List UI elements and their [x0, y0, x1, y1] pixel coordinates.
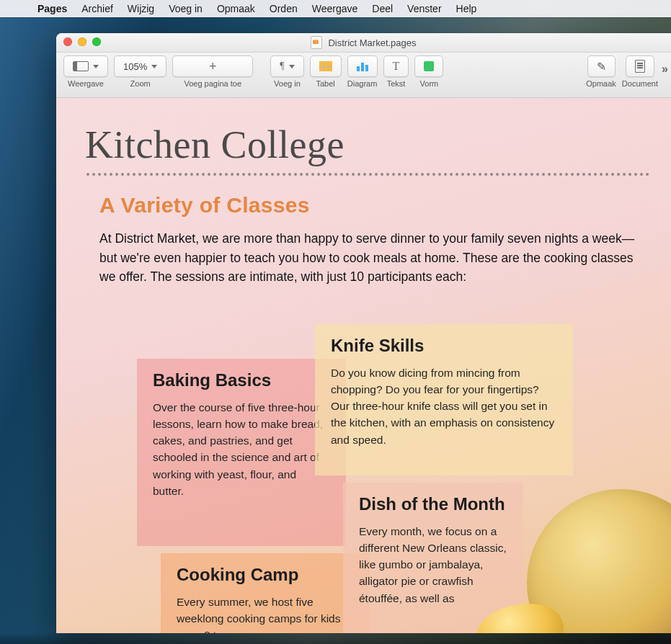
pages-window: District Market.pages Weergave 105% Zoom…	[56, 33, 671, 633]
chevron-down-icon	[289, 65, 295, 68]
card-title[interactable]: Dish of the Month	[359, 494, 507, 514]
dock-shadow	[0, 632, 671, 644]
document-viewport[interactable]: Kitchen College A Variety of Classes At …	[56, 98, 671, 633]
menubar-item-help[interactable]: Help	[456, 3, 477, 14]
format-label: Opmaak	[586, 79, 616, 88]
text-icon: T	[393, 60, 400, 73]
document-label: Document	[622, 79, 658, 88]
menubar-item-archief[interactable]: Archief	[81, 3, 113, 14]
menubar-item-opmaak[interactable]: Opmaak	[217, 3, 255, 14]
shape-icon	[424, 61, 434, 71]
shape-button[interactable]	[414, 55, 443, 77]
toolbar: Weergave 105% Zoom + Voeg pagina toe ¶ V…	[56, 53, 671, 98]
view-button[interactable]	[63, 55, 108, 77]
close-button[interactable]	[63, 37, 72, 46]
app-menu[interactable]: Pages	[37, 3, 67, 14]
document-page[interactable]: Kitchen College A Variety of Classes At …	[56, 98, 671, 633]
chart-button[interactable]	[347, 55, 378, 77]
menubar-item-voeg-in[interactable]: Voeg in	[169, 3, 203, 14]
macos-menubar: Pages Archief Wijzig Voeg in Opmaak Orde…	[0, 0, 671, 17]
card-body[interactable]: Every summer, we host five weeklong cook…	[177, 594, 354, 633]
card-body[interactable]: Over the course of five three-hour lesso…	[153, 399, 330, 500]
menubar-item-deel[interactable]: Deel	[372, 3, 393, 14]
view-label: Weergave	[68, 79, 104, 88]
document-button[interactable]	[626, 55, 654, 77]
table-label: Tabel	[316, 79, 334, 88]
chart-label: Diagram	[347, 79, 378, 88]
zoom-value: 105%	[123, 61, 147, 72]
card-title[interactable]: Cooking Camp	[177, 565, 354, 585]
page-subtitle[interactable]: A Variety of Classes	[56, 193, 671, 229]
page-title[interactable]: Kitchen College	[56, 98, 671, 171]
menubar-item-weergave[interactable]: Weergave	[312, 3, 358, 14]
brush-icon: ✎	[597, 60, 606, 73]
intro-paragraph[interactable]: At District Market, we are more than hap…	[56, 229, 671, 304]
document-icon	[311, 36, 322, 49]
layout-icon	[73, 61, 89, 71]
zoom-dropdown[interactable]: 105%	[114, 55, 166, 77]
add-page-label: Voeg pagina toe	[184, 79, 241, 88]
insert-button[interactable]: ¶	[270, 55, 303, 77]
card-body[interactable]: Every month, we focus on a different New…	[359, 523, 507, 607]
card-title[interactable]: Baking Basics	[153, 370, 330, 390]
window-titlebar[interactable]: District Market.pages	[56, 33, 671, 53]
chevron-down-icon	[151, 65, 157, 68]
document-icon	[635, 60, 645, 73]
shape-label: Vorm	[420, 79, 439, 88]
pilcrow-icon: ¶	[280, 61, 284, 72]
plus-icon: +	[209, 59, 217, 74]
format-button[interactable]: ✎	[587, 55, 616, 77]
chart-icon	[357, 61, 368, 71]
zoom-label: Zoom	[130, 79, 151, 88]
card-body[interactable]: Do you know dicing from mincing from cho…	[331, 365, 557, 448]
menubar-item-venster[interactable]: Venster	[407, 3, 441, 14]
minimize-button[interactable]	[78, 37, 86, 46]
card-cooking-camp[interactable]: Cooking Camp Every summer, we host five …	[161, 553, 370, 633]
table-icon	[319, 61, 332, 71]
text-button[interactable]: T	[383, 55, 409, 77]
menubar-item-wijzig[interactable]: Wijzig	[128, 3, 154, 14]
divider-dotted	[86, 173, 649, 176]
insert-label: Voeg in	[274, 79, 301, 88]
toolbar-overflow[interactable]: »	[662, 63, 665, 76]
card-knife-skills[interactable]: Knife Skills Do you know dicing from min…	[315, 324, 573, 475]
table-button[interactable]	[310, 55, 342, 77]
window-title: District Market.pages	[328, 37, 416, 48]
text-label: Tekst	[387, 79, 406, 88]
card-title[interactable]: Knife Skills	[331, 336, 557, 356]
menubar-item-orden[interactable]: Orden	[270, 3, 298, 14]
add-page-button[interactable]: +	[172, 55, 253, 77]
chevron-down-icon	[93, 65, 99, 68]
zoom-button[interactable]	[92, 37, 101, 46]
